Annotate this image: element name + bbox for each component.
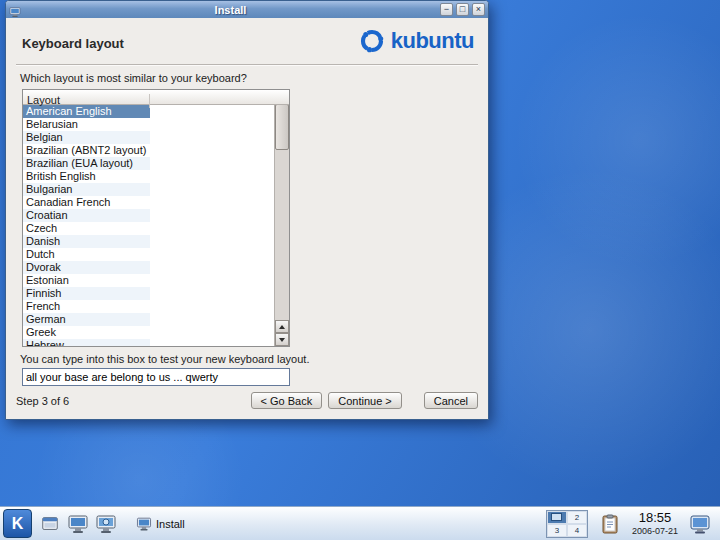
layout-list-item[interactable]: Czech — [23, 222, 274, 235]
clipboard-icon[interactable] — [597, 511, 623, 537]
list-column-header[interactable]: Layout — [23, 90, 289, 105]
kmenu-icon: K — [12, 515, 24, 533]
clock-time: 18:55 — [632, 511, 678, 526]
layout-list-item[interactable]: Belarusian — [23, 118, 274, 131]
task-label: Install — [156, 518, 185, 530]
layout-list-item[interactable]: Hebrew — [23, 339, 274, 346]
taskbar-task-install[interactable]: Install — [130, 514, 191, 534]
window-title: Install — [24, 4, 437, 16]
kmenu-button[interactable]: K — [3, 509, 32, 538]
pager-desktop-2[interactable]: 2 — [567, 511, 587, 524]
layout-list-item[interactable]: Danish — [23, 235, 274, 248]
pager-desktop-4[interactable]: 4 — [567, 524, 587, 537]
taskbar: K — [0, 506, 720, 540]
keyboard-layout-list[interactable]: Layout American EnglishBelarusianBelgian… — [22, 89, 290, 347]
minimize-icon[interactable]: − — [440, 3, 453, 16]
layout-list-item[interactable]: Canadian French — [23, 196, 274, 209]
desktop: Install − □ × Keyboard layout kubuntu — [0, 0, 720, 540]
layout-column-header[interactable]: Layout — [23, 94, 150, 108]
taskbar-right: 234 18:55 2006-07-21 — [546, 510, 717, 538]
layout-list-rows: American EnglishBelarusianBelgianBrazili… — [23, 105, 274, 346]
layout-list-item[interactable]: Finnish — [23, 287, 274, 300]
layout-list-item[interactable]: Estonian — [23, 274, 274, 287]
install-task-icon — [136, 516, 152, 532]
layout-list-item[interactable]: Belgian — [23, 131, 274, 144]
window-content: Keyboard layout kubuntu Which layout is … — [6, 18, 488, 419]
scrollbar-thumb[interactable] — [275, 104, 289, 150]
kubuntu-logo-icon — [357, 26, 387, 56]
test-box-label: You can type into this box to test your … — [20, 353, 476, 365]
go-back-button[interactable]: < Go Back — [251, 392, 323, 409]
close-icon[interactable]: × — [472, 3, 485, 16]
scroll-up2-icon[interactable] — [275, 320, 289, 333]
layout-list-item[interactable]: Croatian — [23, 209, 274, 222]
continue-button[interactable]: Continue > — [328, 392, 402, 409]
window-titlebar[interactable]: Install − □ × — [6, 1, 488, 18]
list-scrollbar[interactable] — [274, 90, 289, 346]
scroll-down-icon[interactable] — [275, 333, 289, 346]
clock-date: 2006-07-21 — [632, 526, 678, 536]
install-window: Install − □ × Keyboard layout kubuntu — [5, 0, 489, 420]
clock[interactable]: 18:55 2006-07-21 — [632, 511, 678, 536]
pager-active-thumbnail — [551, 513, 562, 521]
header-row: Keyboard layout kubuntu — [18, 18, 476, 64]
kubuntu-logo-text: kubuntu — [391, 28, 474, 54]
layout-list-item[interactable]: British English — [23, 170, 274, 183]
layout-list-item[interactable]: German — [23, 313, 274, 326]
show-desktop-icon[interactable] — [65, 511, 91, 537]
maximize-icon[interactable]: □ — [456, 3, 469, 16]
layout-list-item[interactable]: Brazilian (EUA layout) — [23, 157, 274, 170]
layout-list-item[interactable]: Greek — [23, 326, 274, 339]
window-menu-icon[interactable] — [9, 4, 21, 16]
display-settings-icon[interactable] — [687, 511, 713, 537]
layout-list-item[interactable]: French — [23, 300, 274, 313]
pager-desktop-1[interactable] — [547, 511, 567, 524]
cancel-button[interactable]: Cancel — [424, 392, 478, 409]
page-title: Keyboard layout — [22, 36, 124, 51]
wizard-footer: Step 3 of 6 < Go Back Continue > Cancel — [16, 392, 478, 409]
web-browser-icon[interactable] — [93, 511, 119, 537]
layout-list-item[interactable]: Brazilian (ABNT2 layout) — [23, 144, 274, 157]
system-menu-icon[interactable] — [37, 511, 63, 537]
kubuntu-logo: kubuntu — [357, 26, 474, 56]
wizard-buttons: < Go Back Continue > Cancel — [245, 392, 478, 409]
step-indicator: Step 3 of 6 — [16, 395, 69, 407]
desktop-pager: 234 — [546, 510, 588, 538]
layout-list-item[interactable]: Dutch — [23, 248, 274, 261]
header-separator — [16, 64, 478, 66]
pager-desktop-3[interactable]: 3 — [547, 524, 567, 537]
question-label: Which layout is most similar to your key… — [20, 72, 476, 84]
keyboard-test-input[interactable] — [22, 368, 290, 386]
layout-list-item[interactable]: Dvorak — [23, 261, 274, 274]
layout-list-item[interactable]: Bulgarian — [23, 183, 274, 196]
